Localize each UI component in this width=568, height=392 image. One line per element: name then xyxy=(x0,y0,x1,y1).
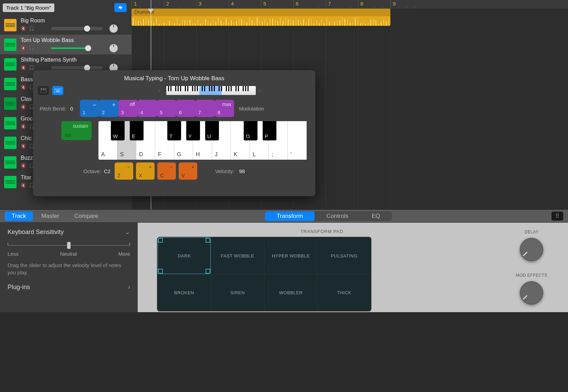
track-tooltip: Track 1 "Big Room" xyxy=(3,3,54,12)
black-key[interactable]: Y xyxy=(186,121,200,140)
mute-icon[interactable]: 🔇 xyxy=(21,163,26,168)
delay-knob-label: DELAY xyxy=(525,230,539,234)
delay-knob[interactable] xyxy=(520,238,543,261)
modulation-6[interactable]: 6 xyxy=(176,100,196,117)
chevron-right-icon: › xyxy=(128,284,130,291)
ruler-bar[interactable]: 4 xyxy=(229,0,261,9)
mute-icon[interactable]: 🔇 xyxy=(21,124,26,129)
view-tab[interactable]: Transform xyxy=(265,211,315,221)
keyboard-sensitivity-slider[interactable] xyxy=(8,242,130,249)
transform-pad-cell[interactable]: FAST WOBBLE xyxy=(211,237,264,274)
mute-icon[interactable]: 🔇 xyxy=(21,65,26,70)
track-name: Torn Up Wobble Bass xyxy=(21,37,128,43)
modulation-off[interactable]: off3 xyxy=(118,100,138,117)
octave-down[interactable]: −Z xyxy=(115,162,133,180)
ruler-bar[interactable]: 9 xyxy=(390,0,423,9)
pan-knob[interactable] xyxy=(109,24,118,33)
transform-pad-cell[interactable]: WOBBLER xyxy=(264,274,317,311)
mini-keyboard-range[interactable] xyxy=(166,86,256,95)
sensitivity-neutral: Neutral xyxy=(60,251,77,257)
track-instrument-icon xyxy=(4,137,17,149)
black-key[interactable]: O xyxy=(244,121,257,140)
volume-slider[interactable] xyxy=(51,27,103,30)
velocity-down[interactable]: −C xyxy=(157,162,176,180)
track-instrument-icon xyxy=(4,117,17,129)
mute-icon[interactable]: 🔇 xyxy=(21,45,26,51)
transform-pad-area: TRANSFORM PAD DARKFAST WOBBLEHYPER WOBBL… xyxy=(138,223,568,312)
input-monitoring-icon[interactable] xyxy=(114,3,127,12)
transform-pad-cell[interactable]: DARK xyxy=(158,237,211,274)
pitch-bend-down[interactable]: −1 xyxy=(80,100,99,117)
ruler-bar[interactable]: 5 xyxy=(261,0,293,9)
transform-pad-cell[interactable]: PULSATING xyxy=(318,237,371,274)
timeline-ruler[interactable]: 123456789 xyxy=(132,0,568,9)
octave-up[interactable]: +X xyxy=(136,162,155,180)
white-key[interactable]: ' xyxy=(288,121,307,160)
track-instrument-icon xyxy=(4,97,17,110)
modeffects-knob[interactable] xyxy=(520,281,543,305)
pitch-bend-label: Pitch Bend: xyxy=(38,106,70,112)
volume-slider[interactable] xyxy=(51,46,103,50)
transform-pad-cell[interactable]: THICK xyxy=(318,274,371,311)
piano-view-toggle[interactable] xyxy=(38,86,49,95)
velocity-value: 98 xyxy=(239,168,245,174)
inspector-tab[interactable]: Compare xyxy=(67,211,105,221)
headphones-icon[interactable]: 🎧 xyxy=(29,26,34,31)
modulation-label: Modulation xyxy=(239,106,264,112)
black-key[interactable]: T xyxy=(167,121,181,140)
velocity-up[interactable]: +V xyxy=(179,162,197,180)
svg-rect-8 xyxy=(60,89,60,90)
ruler-bar[interactable]: 2 xyxy=(164,0,196,9)
sustain-key[interactable]: sustain tab xyxy=(61,121,92,140)
pitch-bend-up[interactable]: +2 xyxy=(99,100,118,117)
ruler-bar[interactable]: 8 xyxy=(358,0,390,9)
headphones-icon[interactable]: 🎧 xyxy=(29,65,34,70)
track-instrument-icon xyxy=(4,58,17,71)
track-name: Shifting Patterns Synth xyxy=(21,57,128,63)
inspector-tab[interactable]: Master xyxy=(34,211,66,221)
modulation-max[interactable]: max8 xyxy=(215,100,234,117)
mute-icon[interactable]: 🔇 xyxy=(21,104,26,109)
transform-pad-cell[interactable]: SIREN xyxy=(211,274,264,311)
ruler-bar[interactable]: 3 xyxy=(196,0,229,9)
svg-rect-6 xyxy=(57,89,57,90)
expand-icon[interactable]: ⠿ xyxy=(551,212,563,221)
ruler-bar[interactable]: 7 xyxy=(326,0,358,9)
sensitivity-less: Less xyxy=(8,251,19,257)
modulation-4[interactable]: 4 xyxy=(138,100,157,117)
volume-slider[interactable] xyxy=(51,66,103,70)
ruler-bar[interactable]: 1 xyxy=(132,0,164,9)
plugins-section[interactable]: Plug-ins › xyxy=(8,284,130,291)
track-instrument-icon xyxy=(4,19,17,31)
mute-icon[interactable]: 🔇 xyxy=(21,26,26,31)
svg-rect-1 xyxy=(41,88,42,91)
black-key[interactable]: P xyxy=(263,121,276,140)
black-key[interactable]: W xyxy=(111,121,125,140)
octave-value: C2 xyxy=(104,168,111,174)
typing-view-toggle[interactable] xyxy=(52,86,63,95)
track-row[interactable]: Big Room 🔇 🎧 xyxy=(0,15,132,35)
transform-pad-cell[interactable]: HYPER WOBBLE xyxy=(264,237,317,274)
octave-label: Octave: xyxy=(83,168,101,174)
modulation-7[interactable]: 7 xyxy=(196,100,215,117)
svg-rect-3 xyxy=(45,88,45,91)
track-region[interactable]: Drummer xyxy=(132,9,390,26)
headphones-icon[interactable]: 🎧 xyxy=(29,45,34,51)
modeffects-knob-label: MOD EFFECTS xyxy=(516,273,548,278)
mute-icon[interactable]: 🔇 xyxy=(21,85,26,90)
svg-rect-9 xyxy=(56,91,60,92)
view-tab[interactable]: EQ xyxy=(360,211,392,221)
pan-knob[interactable] xyxy=(109,44,118,52)
black-key[interactable]: E xyxy=(130,121,144,140)
mute-icon[interactable]: 🔇 xyxy=(21,183,26,188)
view-tab[interactable]: Controls xyxy=(315,211,360,221)
mute-icon[interactable]: 🔇 xyxy=(21,144,26,149)
modulation-5[interactable]: 5 xyxy=(157,100,176,117)
ruler-bar[interactable]: 6 xyxy=(293,0,326,9)
track-row[interactable]: Torn Up Wobble Bass 🔇 🎧 xyxy=(0,35,132,54)
mini-kb-prev-icon[interactable]: ‹ xyxy=(159,87,164,94)
inspector-tab[interactable]: Track xyxy=(5,211,33,221)
black-key[interactable]: U xyxy=(205,121,219,140)
mini-kb-next-icon[interactable]: › xyxy=(259,87,263,94)
transform-pad-cell[interactable]: BROKEN xyxy=(158,274,211,311)
